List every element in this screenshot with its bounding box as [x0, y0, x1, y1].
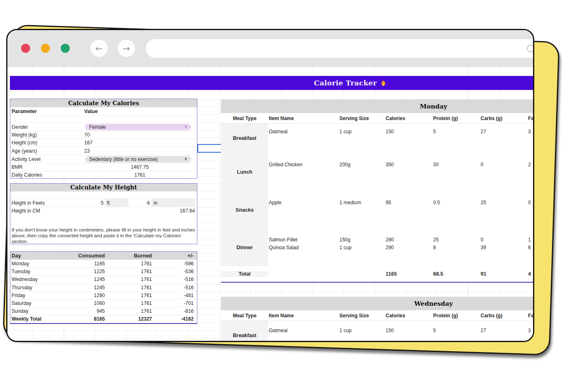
meal-type-cell[interactable]: Snacks	[221, 191, 268, 229]
item-cell[interactable]: Apple	[268, 200, 339, 205]
item-cell[interactable]: 5	[433, 328, 481, 333]
close-window-button[interactable]	[21, 44, 30, 53]
day-cell[interactable]: Sunday	[10, 308, 58, 314]
value-cell[interactable]: 1761	[83, 172, 197, 178]
item-cell[interactable]: Oatmeal	[268, 328, 339, 333]
item-cell[interactable]: 0	[481, 237, 528, 243]
item-cell[interactable]: Oatmeal	[268, 129, 339, 135]
total-value-cell[interactable]: 91	[481, 271, 528, 277]
number-cell[interactable]: 8165	[58, 316, 107, 322]
item-cell[interactable]: Grilled Chicken	[268, 162, 339, 168]
value-cell[interactable]: Female▼	[83, 124, 197, 130]
item-cell[interactable]: Quinoa Salad	[268, 245, 339, 250]
item-cell[interactable]: 1 cup	[339, 245, 386, 250]
number-cell[interactable]: 1761	[107, 261, 154, 267]
item-cell[interactable]: 5	[433, 129, 481, 135]
item-cell[interactable]: 200g	[339, 162, 386, 168]
number-cell[interactable]: -701	[154, 300, 197, 306]
number-cell[interactable]: -596	[154, 261, 197, 267]
day-cell[interactable]: Friday	[10, 293, 58, 298]
value-cell[interactable]: 1467.75	[83, 164, 197, 170]
param-cell[interactable]: Weight (kg)	[10, 132, 83, 138]
day-cell[interactable]: Tuesday	[10, 269, 58, 274]
value-cell[interactable]: 70	[83, 132, 197, 138]
number-cell[interactable]: -481	[154, 293, 197, 298]
item-cell[interactable]: 0.5	[433, 200, 481, 205]
day-cell[interactable]: Monday	[10, 261, 58, 267]
item-cell[interactable]: 25	[433, 237, 481, 243]
number-cell[interactable]: Burned	[107, 253, 154, 259]
number-cell[interactable]: -516	[154, 276, 197, 282]
item-cell[interactable]: 290	[386, 245, 433, 250]
item-cell[interactable]: Salmon Fillet	[268, 237, 339, 243]
number-cell[interactable]: 12327	[107, 316, 154, 322]
total-value-cell[interactable]: 68.5	[433, 271, 481, 277]
number-cell[interactable]: 1280	[58, 293, 107, 298]
forward-button[interactable]: →	[118, 40, 135, 57]
number-cell[interactable]: 1245	[58, 276, 107, 282]
item-cell[interactable]: 30	[433, 162, 481, 168]
day-cell[interactable]: Saturday	[10, 300, 58, 306]
day-cell[interactable]: Wednesday	[10, 276, 58, 282]
number-cell[interactable]: 1245	[58, 285, 107, 290]
item-cell[interactable]: 39	[481, 245, 528, 250]
item-cell[interactable]: 2	[528, 162, 533, 168]
param-cell[interactable]: Daily Calories	[10, 172, 83, 178]
number-cell[interactable]: 1165	[58, 261, 107, 267]
item-cell[interactable]: 8	[433, 245, 481, 250]
item-cell[interactable]: 6	[528, 245, 533, 250]
number-cell[interactable]: -816	[154, 308, 197, 314]
gender-dropdown[interactable]: Female▼	[85, 124, 191, 130]
activity-level-dropdown[interactable]: Sedentary (little or no exercise)▼	[85, 156, 191, 163]
param-cell[interactable]: Age (years)	[10, 148, 83, 154]
day-cell[interactable]: Weekly Total	[10, 316, 58, 322]
meal-type-cell[interactable]: Breakfast	[221, 123, 268, 153]
meal-type-cell[interactable]: Dinner	[221, 229, 268, 266]
item-cell[interactable]: 1 cup	[339, 129, 386, 135]
item-cell[interactable]: 95	[386, 200, 433, 205]
item-cell[interactable]: 27	[481, 328, 528, 333]
item-cell[interactable]: 350	[386, 162, 433, 168]
item-cell[interactable]: 150g	[339, 237, 386, 243]
total-value-cell[interactable]: 4	[528, 271, 533, 277]
number-cell[interactable]: -4162	[154, 316, 197, 322]
value-cell[interactable]: 167	[83, 140, 197, 146]
meal-type-cell[interactable]: Lunch	[221, 153, 268, 191]
number-cell[interactable]: 1761	[107, 285, 154, 290]
param-cell[interactable]: BMR	[10, 164, 83, 170]
feet-value-cell[interactable]: 5	[83, 200, 104, 206]
number-cell[interactable]: 1761	[107, 269, 154, 274]
item-cell[interactable]: 25	[481, 200, 528, 205]
item-cell[interactable]: 0	[481, 162, 528, 168]
number-cell[interactable]: 1761	[107, 293, 154, 298]
back-button[interactable]: ←	[90, 40, 108, 57]
number-cell[interactable]: -536	[154, 269, 197, 274]
item-cell[interactable]: 1 medium	[339, 200, 386, 205]
number-cell[interactable]: 945	[58, 308, 107, 314]
meal-type-cell[interactable]: Breakfast	[221, 321, 268, 341]
item-cell[interactable]: 27	[481, 129, 528, 135]
total-value-cell[interactable]: 1165	[386, 271, 433, 277]
number-cell[interactable]: 1761	[107, 308, 154, 314]
day-cell[interactable]: Thursday	[10, 285, 58, 290]
inch-value-cell[interactable]: 6	[128, 200, 150, 206]
number-cell[interactable]: 1761	[107, 276, 154, 282]
maximize-window-button[interactable]	[61, 44, 70, 53]
item-cell[interactable]: 0	[528, 200, 533, 205]
number-cell[interactable]: 1060	[58, 300, 107, 306]
number-cell[interactable]: 1225	[58, 269, 107, 274]
item-cell[interactable]: 150	[386, 129, 433, 135]
day-cell[interactable]: Day	[10, 253, 58, 259]
item-cell[interactable]: 1 cup	[339, 328, 386, 333]
param-cell[interactable]: Activity Level	[10, 156, 83, 162]
item-cell[interactable]: 3	[528, 328, 533, 333]
number-cell[interactable]: 1761	[107, 300, 154, 306]
height-cm-value[interactable]: 167.64	[83, 208, 197, 214]
param-cell[interactable]: Gender	[10, 124, 83, 130]
value-cell[interactable]: 23	[83, 148, 197, 154]
url-bar[interactable]	[146, 39, 534, 58]
value-cell[interactable]: Sedentary (little or no exercise)▼	[83, 156, 197, 163]
number-cell[interactable]: +/-	[154, 253, 197, 259]
number-cell[interactable]: -516	[154, 285, 197, 290]
item-cell[interactable]: 3	[528, 129, 533, 135]
